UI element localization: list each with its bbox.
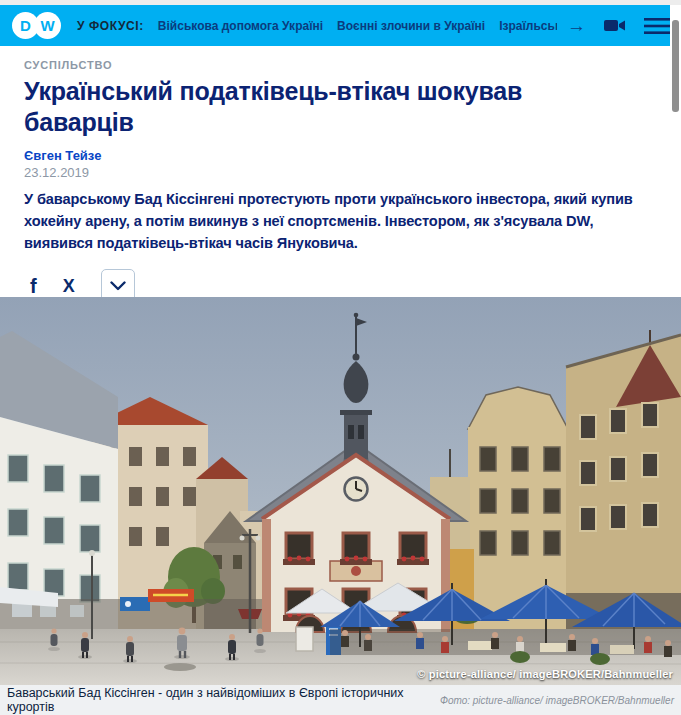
focus-label: У ФОКУСІ: (77, 19, 144, 33)
photo-overlay-credit: © picture-alliance/ imageBROKER/Bahnmuel… (417, 668, 673, 680)
share-row: f X (30, 269, 657, 297)
dw-logo-w: W (34, 12, 61, 39)
page-title: Український податківець-втікач шокував б… (24, 76, 584, 137)
article-lead: У баварському Бад Кіссінгені протестують… (24, 189, 657, 255)
arrow-right-icon[interactable]: → (567, 16, 586, 35)
photo-credit: Фото: picture-alliance/ imageBROKER/Bahn… (440, 695, 674, 706)
category-label[interactable]: СУСПІЛЬСТВО (24, 59, 657, 71)
photo-illustration (0, 297, 681, 685)
nav-link-israel-conflict[interactable]: Ізраїльсько-палестинський кон (499, 19, 557, 33)
author-link[interactable]: Євген Тейзе (24, 148, 657, 163)
photo-caption: Баварський Бад Кіссінген - один з найвід… (7, 686, 440, 714)
more-share-button[interactable] (101, 269, 135, 297)
top-navigation: Військова допомога Україні Воєнні злочин… (158, 19, 557, 33)
menu-button[interactable] (644, 17, 670, 35)
site-header: D W У ФОКУСІ: Військова допомога Україні… (0, 5, 670, 46)
publish-date: 23.12.2019 (24, 165, 657, 180)
caption-bar: Баварський Бад Кіссінген - один з найвід… (0, 685, 681, 715)
article-photo: © picture-alliance/ imageBROKER/Bahnmuel… (0, 297, 681, 685)
hamburger-icon (644, 17, 670, 35)
header-icons: → (567, 16, 670, 35)
chevron-down-icon (110, 281, 126, 291)
media-center-button[interactable] (604, 18, 626, 33)
nav-link-military-aid[interactable]: Військова допомога Україні (158, 19, 323, 33)
article-header: СУСПІЛЬСТВО Український податківець-втік… (0, 46, 681, 297)
x-share-icon[interactable]: X (63, 277, 75, 295)
scrollbar[interactable] (672, 20, 679, 112)
dw-logo[interactable]: D W (12, 12, 61, 39)
facebook-share-icon[interactable]: f (30, 276, 37, 296)
video-camera-icon (604, 18, 626, 33)
nav-link-war-crimes[interactable]: Воєнні злочини в Україні (337, 19, 485, 33)
